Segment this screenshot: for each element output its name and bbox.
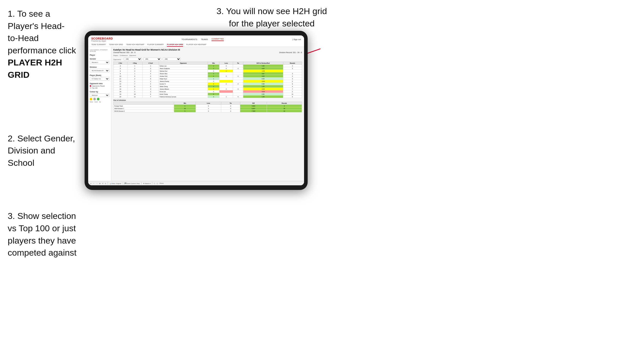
colour-select[interactable]: Win/loss bbox=[90, 93, 109, 97]
toolbar-refresh[interactable]: ↺ bbox=[102, 182, 103, 184]
table-row: 18 2 2 Euna Lee 0 -5.00 2 bbox=[114, 90, 302, 93]
subnav-team-summary[interactable]: TEAM SUMMARY bbox=[91, 44, 106, 47]
panel-records: Overall Record: 353 - 34 - 6 Division Re… bbox=[113, 52, 302, 53]
td-diff: 3.67 bbox=[243, 72, 283, 75]
td-loss bbox=[219, 85, 233, 88]
region-label: Region bbox=[113, 55, 118, 56]
bottom-toolbar: ↩ ← → ⊞ ↺ ⊙ 📊 View: Original 💾 Save Cust… bbox=[88, 181, 304, 185]
td-div: 10 bbox=[114, 75, 127, 78]
legend-level: Level bbox=[95, 101, 98, 103]
table-row: 3 1 1 Esther Lee 1 0 1.50 4 bbox=[114, 65, 302, 67]
step1-text: 1. To see a Player's Head- to-Head perfo… bbox=[8, 8, 79, 81]
td-opponent: Sharon Mun bbox=[159, 72, 208, 75]
td-tie bbox=[233, 90, 243, 93]
td-div: 15 bbox=[114, 85, 127, 88]
toolbar-save[interactable]: 💾 Save Custom View bbox=[125, 182, 140, 184]
td-diff: -1.00 bbox=[243, 70, 283, 72]
toolbar-share2[interactable]: ⬡ bbox=[157, 182, 158, 184]
td-conf: 4 bbox=[142, 72, 159, 75]
colour-labels: Down Level Up bbox=[90, 101, 109, 103]
td-conf: 7 bbox=[142, 95, 159, 98]
nav-teams[interactable]: TEAMS bbox=[201, 38, 208, 41]
table-row: 14 7 4 Eunice Yi 2 2 0 0.38 9 bbox=[114, 83, 302, 85]
division-label: Division bbox=[90, 66, 109, 68]
step1-block: 1. To see a Player's Head- to-Head perfo… bbox=[8, 8, 79, 81]
out-td-opponent: NCAA Division 2 bbox=[114, 110, 174, 112]
td-conf: 5 bbox=[142, 85, 159, 88]
table-row: 11 2 5 Heejo Hyun 1 0.33 3 bbox=[114, 78, 302, 80]
sign-out[interactable]: | Sign out bbox=[292, 38, 301, 41]
conference-filter: Conference bbox=[120, 55, 128, 56]
out-col-opponent bbox=[114, 102, 174, 105]
td-opponent: Jessica Mason bbox=[159, 88, 208, 90]
td-rounds: 11 bbox=[283, 93, 302, 95]
col-div: # Div bbox=[114, 62, 127, 65]
td-loss: 2 bbox=[219, 83, 233, 85]
td-diff: 0.33 bbox=[243, 78, 283, 80]
right-panel: Katelyn Vo Head-to-Head Grid for Women's… bbox=[111, 47, 304, 181]
out-td-loss: 0 bbox=[196, 105, 221, 107]
opponent-view-label: Opponent view bbox=[90, 83, 109, 84]
conference-select[interactable]: (All) bbox=[143, 57, 161, 61]
nav-committee[interactable]: COMMITTEE bbox=[212, 38, 224, 41]
toolbar-share[interactable]: Share bbox=[159, 182, 164, 184]
table-row: 5 2 2 Alexis Sudjianto 1 0 0 4.00 3 bbox=[114, 67, 302, 70]
toolbar-share1[interactable]: ⬡ bbox=[154, 182, 155, 184]
gender-section: Gender Women's Men's bbox=[90, 58, 109, 64]
td-reg: 1 bbox=[127, 65, 142, 67]
colour-section: Colour by Win/loss Down Level Up bbox=[90, 91, 109, 103]
subnav-player-h2h[interactable]: PLAYER H2H GRID bbox=[167, 44, 183, 47]
division-record: Division Record: 331 - 34 - 6 bbox=[279, 52, 302, 53]
subnav-team-h2h[interactable]: TEAM H2H GRID bbox=[109, 44, 123, 47]
td-tie bbox=[233, 72, 243, 75]
td-rounds: 4 bbox=[283, 75, 302, 78]
toolbar-divider-1 bbox=[108, 182, 108, 185]
main-table: # Div # Reg # Conf Opponent Win Loss Tie… bbox=[113, 62, 302, 98]
radio-top100[interactable]: Top 100 bbox=[90, 87, 109, 89]
td-diff: 4.00 bbox=[243, 67, 283, 70]
gender-select[interactable]: Women's Men's bbox=[90, 61, 109, 64]
toolbar-divider-3 bbox=[141, 182, 142, 185]
td-win: 2 bbox=[208, 95, 219, 98]
toolbar-back[interactable]: ← bbox=[93, 182, 95, 184]
step3a-line4: competed against bbox=[8, 248, 76, 257]
subnav-player-heatmap[interactable]: PLAYER H2H HEATMAP bbox=[186, 44, 206, 47]
division-section: Division NCAA Division III NCAA Division… bbox=[90, 66, 109, 72]
out-table-row: NAIA Division 1 15 0 0 9.267 30 bbox=[114, 107, 302, 110]
filters-selects: Opponents: (All) (All) (All) bbox=[113, 57, 302, 61]
col-conf: # Conf bbox=[142, 62, 159, 65]
out-td-diff: 9.267 bbox=[240, 107, 267, 110]
out-col-diff: Diff bbox=[240, 102, 267, 105]
toolbar-forward[interactable]: → bbox=[96, 182, 98, 184]
player-rank-select[interactable]: 8. Katelyn Vo bbox=[90, 77, 109, 81]
filters-row: Region Conference Opponent bbox=[113, 55, 302, 56]
region-select[interactable]: (All) bbox=[124, 57, 142, 61]
division-select[interactable]: NCAA Division III NCAA Division I NCAA D… bbox=[90, 69, 109, 72]
td-reg: 2 bbox=[127, 78, 142, 80]
player-label: Player bbox=[90, 54, 109, 56]
td-div: 13 bbox=[114, 80, 127, 83]
subnav-player-summary[interactable]: PLAYER SUMMARY bbox=[147, 44, 164, 47]
opponent-filter: Opponent bbox=[129, 55, 136, 56]
toolbar-grid[interactable]: ⊞ bbox=[99, 182, 100, 184]
td-loss: 0 bbox=[219, 67, 233, 70]
nav-links: TOURNAMENTS TEAMS COMMITTEE bbox=[182, 38, 224, 41]
toolbar-watch[interactable]: 👁 Watch ▾ bbox=[143, 182, 150, 184]
td-div: 20 bbox=[114, 95, 127, 98]
last-updated: Last Updated: 27/03/2024 16:55:38 bbox=[90, 49, 109, 52]
toolbar-circle[interactable]: ⊙ bbox=[105, 182, 106, 184]
step2-block: 2. Select Gender, Division and School bbox=[8, 132, 79, 169]
col-tie: Tie bbox=[233, 62, 243, 65]
nav-tournaments[interactable]: TOURNAMENTS bbox=[182, 38, 197, 41]
subnav-team-heatmap[interactable]: TEAM H2H HEATMAP bbox=[126, 44, 144, 47]
step3b-block: 3. You will now see H2H grid for the pla… bbox=[210, 5, 333, 30]
out-td-loss: 0 bbox=[196, 107, 221, 110]
td-rounds: 3 bbox=[283, 78, 302, 80]
toolbar-undo[interactable]: ↩ bbox=[90, 182, 92, 184]
td-tie bbox=[233, 65, 243, 67]
out-col-loss: Loss bbox=[196, 102, 221, 105]
toolbar-view[interactable]: 📊 View: Original bbox=[109, 182, 121, 184]
opponent-filter-select[interactable]: (All) bbox=[163, 57, 181, 61]
radio-opponents-played[interactable]: Opponents Played bbox=[90, 85, 109, 87]
td-win: 0 bbox=[208, 70, 219, 72]
